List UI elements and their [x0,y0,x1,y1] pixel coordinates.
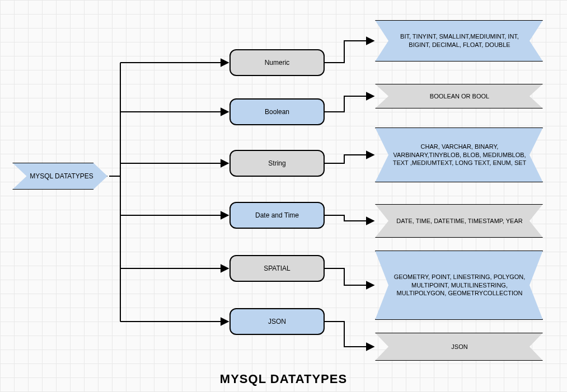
detail-text: BOOLEAN OR BOOL [430,92,489,101]
detail-numeric: BIT, TINYINT, SMALLINT,MEDIUMINT, INT, B… [375,20,543,62]
detail-text: GEOMETRY, POINT, LINESTRING, POLYGON, MU… [392,273,527,298]
detail-text: BIT, TINYINT, SMALLINT,MEDIUMINT, INT, B… [392,32,527,49]
detail-string: CHAR, VARCHAR, BINARY, VARBINARY,TINYBLO… [375,127,543,182]
root-node: MYSQL DATATYPES [12,163,107,190]
detail-spatial: GEOMETRY, POINT, LINESTRING, POLYGON, MU… [375,251,543,320]
diagram-title: MYSQL DATATYPES [0,372,567,386]
category-label: JSON [268,318,286,325]
category-string: String [229,150,325,177]
root-label: MYSQL DATATYPES [26,172,93,180]
category-label: String [268,159,285,167]
diagram-stage: MYSQL DATATYPES Numeric Boolean String D… [0,0,567,392]
category-numeric: Numeric [229,49,325,76]
detail-text: CHAR, VARCHAR, BINARY, VARBINARY,TINYBLO… [392,143,527,168]
detail-text: JSON [451,343,467,351]
category-label: Boolean [265,108,289,116]
detail-datetime: DATE, TIME, DATETIME, TIMESTAMP, YEAR [375,204,543,238]
category-label: SPATIAL [264,265,290,272]
category-datetime: Date and Time [229,202,325,229]
category-label: Numeric [265,59,290,67]
category-spatial: SPATIAL [229,255,325,282]
detail-text: DATE, TIME, DATETIME, TIMESTAMP, YEAR [396,217,522,225]
category-json: JSON [229,308,325,335]
category-label: Date and Time [255,211,299,219]
category-boolean: Boolean [229,98,325,125]
detail-boolean: BOOLEAN OR BOOL [375,84,543,108]
detail-json: JSON [375,333,543,361]
